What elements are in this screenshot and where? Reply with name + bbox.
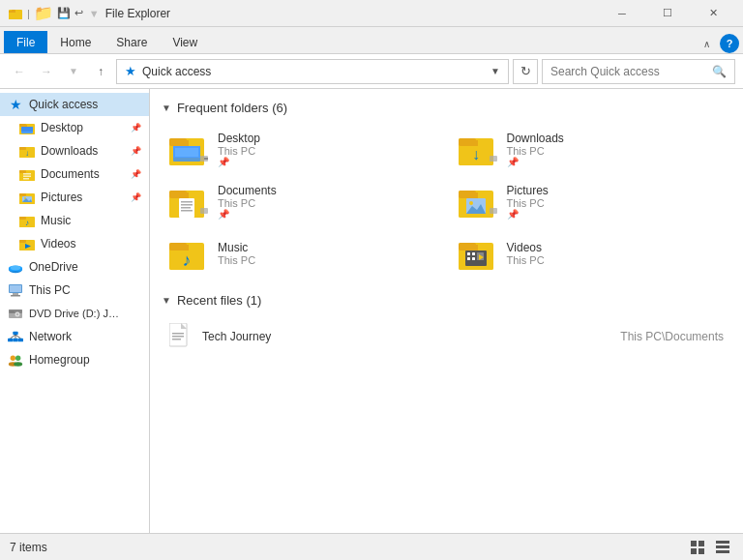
back-button[interactable]: ← [8, 60, 31, 83]
address-path[interactable]: ★ Quick access ▼ [116, 59, 509, 84]
svg-rect-71 [490, 156, 497, 162]
list-view-button[interactable] [712, 537, 733, 558]
frequent-folders-title: Frequent folders (6) [177, 101, 287, 115]
folder-item-music[interactable]: ♪ Music This PC [162, 229, 443, 278]
svg-rect-48 [8, 339, 13, 342]
save-btn[interactable]: 💾 [57, 7, 71, 19]
recent-files-title: Recent files (1) [177, 293, 261, 308]
documents-pin-icon: 📌 [131, 169, 141, 179]
refresh-button[interactable]: ↻ [513, 59, 538, 84]
sidebar-item-music-label: Music [41, 214, 71, 227]
sidebar-item-homegroup[interactable]: Homegroup [0, 348, 149, 371]
sidebar-item-desktop-label: Desktop [41, 121, 83, 134]
recent-file-path: This PC\Documents [620, 330, 724, 343]
content-area: ▼ Frequent folders (6) [150, 89, 743, 533]
downloads-folder-name: Downloads [507, 132, 564, 145]
tab-share[interactable]: Share [104, 31, 160, 53]
minimize-button[interactable]: ─ [600, 0, 644, 27]
address-dropdown-icon: ▼ [490, 66, 500, 76]
desktop-folder-large-icon [169, 131, 210, 167]
sidebar-item-quick-access[interactable]: ★ Quick access [0, 93, 149, 116]
sidebar-item-documents[interactable]: Documents 📌 [0, 162, 149, 186]
tab-view[interactable]: View [160, 31, 210, 53]
sidebar-item-dvd[interactable]: DVD Drive (D:) J_CPR/ [0, 302, 149, 325]
sidebar-item-desktop[interactable]: Desktop 📌 [0, 116, 149, 139]
desktop-folder-icon [19, 120, 35, 135]
folder-item-desktop[interactable]: Desktop This PC 📌 [162, 125, 443, 173]
svg-rect-98 [466, 245, 478, 251]
sidebar-item-music[interactable]: ♪ Music [0, 209, 149, 232]
pictures-folder-info: Pictures This PC 📌 [507, 184, 549, 220]
ribbon-expand-button[interactable]: ∧ [697, 34, 716, 53]
sidebar-item-videos-label: Videos [41, 237, 75, 251]
svg-rect-41 [11, 295, 20, 297]
downloads-folder-icon: ↓ [19, 143, 35, 159]
folder-item-videos[interactable]: Videos This PC [451, 229, 732, 278]
search-box[interactable]: 🔍 [542, 59, 735, 84]
tab-file[interactable]: File [4, 31, 47, 53]
folder-item-pictures[interactable]: Pictures This PC 📌 [451, 177, 732, 225]
downloads-folder-pin: 📌 [507, 157, 564, 167]
svg-rect-22 [19, 193, 26, 196]
videos-folder-icon [19, 236, 35, 251]
main-layout: ★ Quick access Desktop 📌 [0, 89, 743, 533]
tab-home[interactable]: Home [47, 31, 104, 53]
svg-rect-102 [467, 257, 470, 260]
forward-button[interactable]: → [35, 60, 58, 83]
videos-folder-name: Videos [507, 241, 545, 254]
desktop-folder-pin: 📌 [218, 157, 260, 167]
restore-button[interactable]: ☐ [645, 0, 690, 27]
frequent-folders-header[interactable]: ▼ Frequent folders (6) [162, 101, 731, 115]
svg-rect-117 [716, 550, 729, 553]
search-icon: 🔍 [712, 65, 727, 78]
frequent-folders-grid: Desktop This PC 📌 ↓ [162, 125, 731, 278]
pictures-folder-location: This PC [507, 197, 549, 209]
sidebar-item-onedrive[interactable]: OneDrive [0, 255, 149, 279]
svg-rect-113 [691, 548, 697, 554]
svg-rect-103 [472, 257, 475, 260]
app-icon [8, 6, 23, 21]
sidebar-item-downloads[interactable]: ↓ Downloads 📌 [0, 139, 149, 162]
svg-rect-17 [23, 173, 31, 175]
new-folder-btn[interactable]: 📁 [34, 4, 53, 22]
sidebar-item-videos[interactable]: Videos [0, 232, 149, 255]
svg-line-51 [11, 335, 15, 339]
svg-text:↓: ↓ [25, 149, 29, 158]
this-pc-icon [8, 282, 23, 298]
videos-folder-info: Videos This PC [507, 241, 545, 266]
history-button[interactable]: ▼ [62, 60, 85, 83]
status-bar-right [687, 537, 733, 558]
videos-folder-large-icon [459, 235, 499, 272]
downloads-pin-icon: 📌 [131, 146, 141, 156]
sidebar-item-this-pc[interactable]: This PC [0, 279, 149, 302]
folder-item-downloads[interactable]: ↓ Downloads This PC 📌 [451, 125, 732, 173]
svg-rect-77 [181, 201, 193, 203]
sidebar-item-dvd-label: DVD Drive (D:) J_CPR/ [29, 308, 121, 319]
desktop-folder-location: This PC [218, 145, 260, 157]
svg-rect-75 [177, 192, 189, 198]
quick-access-star-icon: ★ [125, 64, 136, 78]
recent-files-header[interactable]: ▼ Recent files (1) [162, 293, 731, 308]
svg-rect-40 [13, 293, 18, 295]
sidebar-item-network[interactable]: Network [0, 325, 149, 348]
svg-rect-78 [181, 204, 193, 206]
help-button[interactable]: ? [720, 34, 739, 53]
videos-folder-location: This PC [507, 254, 545, 266]
pictures-folder-large-icon [459, 183, 499, 220]
svg-point-87 [469, 201, 473, 205]
svg-rect-81 [200, 208, 208, 214]
music-folder-icon: ♪ [19, 213, 35, 228]
search-input[interactable] [550, 65, 712, 78]
pictures-folder-icon [19, 190, 35, 205]
folder-item-documents[interactable]: Documents This PC 📌 [162, 177, 443, 225]
close-button[interactable]: ✕ [691, 0, 735, 27]
sidebar-item-pictures[interactable]: Pictures 📌 [0, 186, 149, 209]
recent-file-item[interactable]: Tech Journey This PC\Documents [162, 317, 731, 356]
up-button[interactable]: ↑ [89, 60, 112, 83]
dvd-drive-icon [8, 306, 23, 321]
grid-view-button[interactable] [687, 537, 708, 558]
svg-text:↓: ↓ [472, 146, 480, 162]
svg-rect-50 [18, 339, 23, 342]
undo-btn[interactable]: ↩ [74, 7, 83, 19]
desktop-folder-name: Desktop [218, 132, 260, 145]
